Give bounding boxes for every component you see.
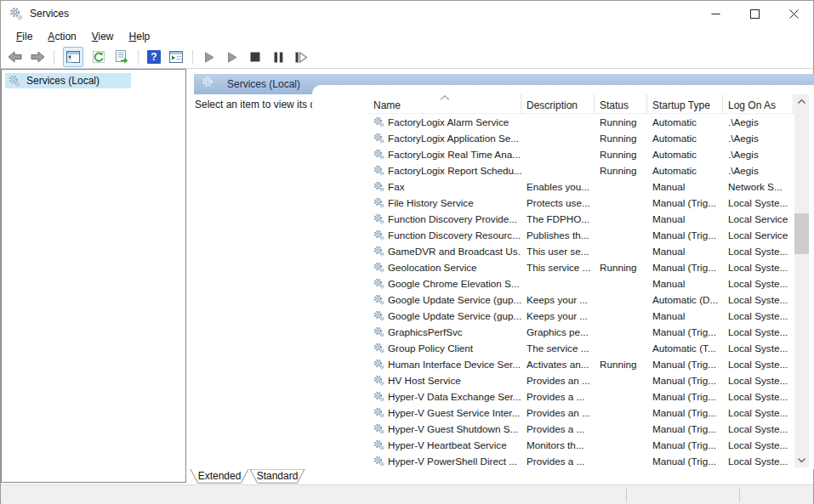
- table-row[interactable]: HV Host ServiceProvides an ...Manual (Tr…: [368, 372, 794, 388]
- service-gear-icon: [373, 133, 384, 144]
- sort-ascending-icon: [440, 95, 450, 100]
- table-row[interactable]: GraphicsPerfSvcGraphics pe...Manual (Tri…: [368, 324, 794, 340]
- table-row[interactable]: File History ServiceProtects use...Manua…: [368, 195, 794, 211]
- table-row[interactable]: GameDVR and Broadcast Us...This user se.…: [368, 243, 794, 259]
- service-gear-icon: [373, 439, 384, 450]
- service-gear-icon: [9, 75, 20, 87]
- cell-name: Human Interface Device Ser...: [368, 356, 521, 372]
- cell-log-on-as: Local Syste...: [723, 356, 794, 372]
- table-row[interactable]: FactoryLogix Application Se...RunningAut…: [368, 130, 794, 146]
- menu-file[interactable]: File: [9, 28, 40, 45]
- vertical-scrollbar[interactable]: [794, 94, 809, 467]
- stop-service-icon[interactable]: [248, 49, 263, 65]
- forward-icon[interactable]: [30, 49, 45, 65]
- cell-status: [595, 388, 647, 405]
- cell-startup-type: Automatic: [647, 162, 723, 178]
- services-app-icon: [9, 7, 23, 24]
- pause-service-icon[interactable]: [270, 49, 286, 65]
- refresh-icon[interactable]: [91, 49, 106, 65]
- cell-description: Provides a ...: [521, 453, 595, 469]
- table-row[interactable]: Hyper-V Data Exchange Ser...Provides a .…: [368, 388, 794, 405]
- cell-description: Provides an ...: [521, 372, 595, 388]
- menu-view[interactable]: View: [84, 28, 122, 45]
- cell-status: [595, 195, 647, 211]
- table-row[interactable]: Group Policy ClientThe service ...Automa…: [368, 340, 794, 356]
- table-row[interactable]: Google Update Service (gup...Keeps your …: [368, 292, 794, 308]
- cell-description: Provides a ...: [521, 421, 595, 437]
- cell-startup-type: Manual (Trig...: [647, 356, 723, 372]
- cell-startup-type: Automatic: [647, 146, 723, 162]
- back-icon[interactable]: [7, 49, 22, 65]
- cell-status: [595, 453, 647, 469]
- table-row[interactable]: Function Discovery Provide...The FDPHO..…: [368, 211, 794, 227]
- table-row[interactable]: Hyper-V Guest Service Inter...Provides a…: [368, 405, 794, 421]
- table-row[interactable]: Geolocation ServiceThis service ...Runni…: [368, 259, 794, 275]
- column-header-startup-type[interactable]: Startup Type: [647, 94, 723, 114]
- tree-item-services-local[interactable]: Services (Local): [5, 73, 131, 88]
- table-row[interactable]: Human Interface Device Ser...Activates a…: [368, 356, 794, 372]
- cell-log-on-as: .\Aegis: [723, 130, 794, 146]
- restart-service-icon[interactable]: [293, 49, 309, 65]
- column-header-status[interactable]: Status: [595, 94, 647, 114]
- cell-description: This service ...: [521, 259, 595, 275]
- table-row[interactable]: FactoryLogix Alarm ServiceRunningAutomat…: [368, 114, 794, 130]
- cell-status: [595, 292, 647, 308]
- table-row[interactable]: Hyper-V PowerShell Direct ...Provides a …: [368, 453, 794, 469]
- table-row[interactable]: Google Chrome Elevation S...ManualLocal …: [368, 275, 794, 292]
- menu-action[interactable]: Action: [40, 28, 83, 45]
- toolbar-separator: [138, 50, 139, 65]
- resume-service-icon[interactable]: [225, 49, 240, 65]
- table-row[interactable]: Google Update Service (gup...Keeps your …: [368, 308, 794, 324]
- table-row[interactable]: Hyper-V Guest Shutdown S...Provides a ..…: [368, 421, 794, 437]
- cell-name: Function Discovery Resourc...: [368, 227, 521, 243]
- service-gear-icon: [373, 375, 384, 386]
- column-header-log-on-as[interactable]: Log On As: [723, 94, 794, 114]
- service-gear-icon: [373, 213, 384, 224]
- tab-standard[interactable]: Standard: [249, 469, 305, 484]
- cell-description: Activates an...: [521, 356, 595, 372]
- service-gear-icon: [373, 278, 384, 289]
- view-tabs: Extended Standard: [190, 469, 305, 484]
- table-row[interactable]: FactoryLogix Report Schedu...RunningAuto…: [368, 162, 794, 178]
- show-console-tree-icon[interactable]: [63, 47, 83, 67]
- cell-name: FactoryLogix Application Se...: [368, 130, 521, 146]
- cell-status: [595, 340, 647, 356]
- cell-name: Hyper-V Guest Shutdown S...: [368, 421, 521, 437]
- start-service-icon[interactable]: [202, 49, 217, 65]
- export-list-icon[interactable]: [114, 49, 129, 65]
- cell-name: FactoryLogix Real Time Ana...: [368, 146, 521, 162]
- column-header-description[interactable]: Description: [521, 94, 595, 114]
- scroll-down-icon[interactable]: [794, 453, 809, 467]
- cell-log-on-as: Local Syste...: [723, 372, 794, 388]
- cell-startup-type: Manual (Trig...: [647, 388, 723, 405]
- maximize-button[interactable]: [735, 1, 774, 26]
- cell-log-on-as: Local Syste...: [723, 308, 794, 324]
- table-row[interactable]: FaxEnables you...ManualNetwork S...: [368, 178, 794, 195]
- cell-log-on-as: Local Syste...: [723, 388, 794, 405]
- column-header-name[interactable]: Name: [368, 94, 521, 114]
- menu-bar: File Action View Help: [1, 26, 813, 46]
- show-properties-window-icon[interactable]: [168, 49, 184, 65]
- help-icon[interactable]: ?: [147, 50, 161, 64]
- table-row[interactable]: Hyper-V Heartbeat ServiceMonitors th...M…: [368, 437, 794, 453]
- scroll-up-icon[interactable]: [794, 94, 809, 109]
- scrollbar-thumb[interactable]: [794, 213, 809, 254]
- cell-status: Running: [595, 356, 647, 372]
- cell-name: Group Policy Client: [368, 340, 521, 356]
- menu-help[interactable]: Help: [122, 28, 158, 45]
- table-row[interactable]: FactoryLogix Real Time Ana...RunningAuto…: [368, 146, 794, 162]
- table-header-row: NameDescriptionStatusStartup TypeLog On …: [368, 94, 794, 114]
- cell-status: [595, 324, 647, 340]
- services-list: NameDescriptionStatusStartup TypeLog On …: [312, 85, 814, 469]
- close-button[interactable]: [774, 1, 813, 26]
- table-row[interactable]: Function Discovery Resourc...Publishes t…: [368, 227, 794, 243]
- cell-log-on-as: Local Syste...: [723, 437, 794, 453]
- cell-description: Protects use...: [521, 195, 595, 211]
- cell-log-on-as: Local Syste...: [723, 195, 794, 211]
- cell-status: [595, 308, 647, 324]
- tab-extended[interactable]: Extended: [190, 469, 249, 484]
- service-gear-icon: [373, 456, 384, 467]
- minimize-button[interactable]: [696, 1, 735, 26]
- cell-status: [595, 243, 647, 259]
- cell-status: Running: [595, 130, 647, 146]
